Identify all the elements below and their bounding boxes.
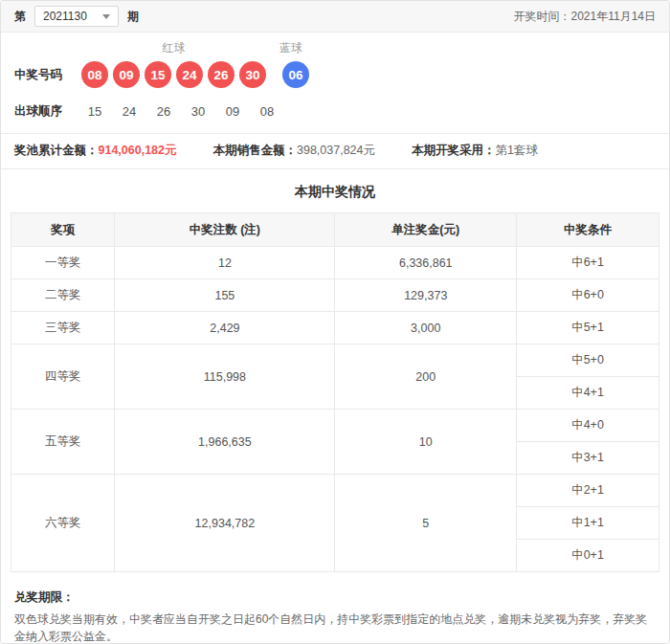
table-row: 二等奖 155 129,373 中6+0 <box>11 279 659 312</box>
draw-order-number: 15 <box>81 104 108 119</box>
table-row: 四等奖 115,998 200 中5+0 <box>11 344 659 377</box>
table-header-row: 奖项 中奖注数 (注) 单注奖金(元) 中奖条件 <box>11 213 659 247</box>
count-cell: 155 <box>115 279 335 312</box>
col-header-count: 中奖注数 (注) <box>115 213 335 247</box>
winning-numbers-label: 中奖号码 <box>14 67 81 83</box>
red-ball: 15 <box>145 61 171 88</box>
condition-cell: 中4+1 <box>517 377 659 410</box>
period-select[interactable]: 2021130 <box>34 6 119 27</box>
condition-cell: 中3+1 <box>517 442 659 475</box>
redeem-deadline-text: 双色球兑奖当期有效，中奖者应当自开奖之日起60个自然日内，持中奖彩票到指定的地点… <box>14 611 656 644</box>
sales-amount: 本期销售金额：398,037,824元 <box>213 143 376 159</box>
condition-cell: 中0+1 <box>517 540 659 572</box>
draw-time-label: 开奖时间： <box>514 10 571 23</box>
red-ball: 26 <box>208 61 234 88</box>
jackpot-value: 914,060,182元 <box>99 144 177 157</box>
period-select-value: 2021130 <box>43 10 87 23</box>
draw-order-label: 出球顺序 <box>14 103 81 120</box>
sales-label: 本期销售金额： <box>213 144 298 157</box>
condition-cell: 中6+1 <box>517 247 659 279</box>
condition-cell: 中2+1 <box>517 475 659 507</box>
draw-order-row: 出球顺序 15 24 26 30 09 08 <box>14 103 656 120</box>
period-prefix-label: 第 <box>14 9 26 25</box>
draw-order-number: 09 <box>219 104 246 119</box>
table-row: 五等奖 1,966,635 10 中4+0 <box>11 410 659 442</box>
ball-set-value: 第1套球 <box>496 144 538 157</box>
red-ball: 09 <box>113 61 140 88</box>
draw-order-number: 30 <box>185 104 212 119</box>
ball-set: 本期开奖采用：第1套球 <box>412 143 538 159</box>
amount-cell: 6,336,861 <box>335 247 517 279</box>
prize-name-cell: 二等奖 <box>11 279 115 312</box>
condition-cell: 中5+0 <box>517 344 659 377</box>
red-ball: 30 <box>239 61 266 88</box>
count-cell: 12 <box>115 247 335 279</box>
topbar: 第 2021130 期 开奖时间：2021年11月14日 <box>1 1 669 33</box>
blue-ball-group-label: 蓝球 <box>278 40 304 56</box>
draw-order-number: 26 <box>150 104 177 119</box>
prize-name-cell: 三等奖 <box>11 312 115 344</box>
chevron-down-icon <box>102 14 110 19</box>
amount-cell: 3,000 <box>335 312 517 344</box>
draw-order-number: 24 <box>116 104 143 119</box>
jackpot-label: 奖池累计金额： <box>14 144 99 157</box>
period-suffix-label: 期 <box>127 9 139 25</box>
prize-name-cell: 一等奖 <box>11 247 115 279</box>
period-selector-group: 第 2021130 期 <box>14 6 139 27</box>
condition-cell: 中4+0 <box>517 410 659 442</box>
col-header-prize: 奖项 <box>11 213 115 247</box>
prize-name-cell: 六等奖 <box>11 475 115 572</box>
draw-order-number: 08 <box>254 104 280 119</box>
ball-set-label: 本期开奖采用： <box>412 144 496 157</box>
count-cell: 115,998 <box>115 344 335 410</box>
col-header-condition: 中奖条件 <box>517 213 659 247</box>
amount-cell: 10 <box>335 410 517 475</box>
winning-numbers-section: 红球 蓝球 中奖号码 08 09 15 24 26 30 06 出球顺序 15 … <box>1 33 669 134</box>
ball-list: 08 09 15 24 26 30 06 <box>81 61 309 88</box>
jackpot-amount: 奖池累计金额：914,060,182元 <box>14 143 177 159</box>
ball-type-labels: 红球 蓝球 <box>14 40 656 56</box>
table-row: 六等奖 12,934,782 5 中2+1 <box>11 475 659 507</box>
table-row: 一等奖 12 6,336,861 中6+1 <box>11 247 659 279</box>
count-cell: 12,934,782 <box>115 475 335 572</box>
blue-ball: 06 <box>282 61 309 88</box>
condition-cell: 中5+1 <box>517 312 659 344</box>
pool-info-row: 奖池累计金额：914,060,182元 本期销售金额：398,037,824元 … <box>1 134 669 169</box>
draw-order-list: 15 24 26 30 09 08 <box>81 104 280 119</box>
redeem-deadline-title: 兑奖期限： <box>14 589 656 606</box>
prize-table: 奖项 中奖注数 (注) 单注奖金(元) 中奖条件 一等奖 12 6,336,86… <box>11 212 659 572</box>
count-cell: 2,429 <box>115 312 335 344</box>
condition-cell: 中6+0 <box>517 279 659 312</box>
col-header-amount: 单注奖金(元) <box>335 213 517 247</box>
prize-name-cell: 五等奖 <box>11 410 115 475</box>
notes-section: 兑奖期限： 双色球兑奖当期有效，中奖者应当自开奖之日起60个自然日内，持中奖彩票… <box>1 572 669 644</box>
lottery-result-page: 第 2021130 期 开奖时间：2021年11月14日 红球 蓝球 中奖号码 … <box>0 0 670 644</box>
draw-time: 开奖时间：2021年11月14日 <box>514 9 657 25</box>
amount-cell: 5 <box>335 475 517 572</box>
red-balls-group-label: 红球 <box>81 40 266 56</box>
winning-numbers-row: 中奖号码 08 09 15 24 26 30 06 <box>14 61 656 88</box>
prize-table-title: 本期中奖情况 <box>1 169 669 212</box>
condition-cell: 中1+1 <box>517 507 659 540</box>
prize-name-cell: 四等奖 <box>11 344 115 410</box>
red-ball: 08 <box>81 61 108 88</box>
amount-cell: 129,373 <box>335 279 517 312</box>
sales-value: 398,037,824元 <box>297 144 375 157</box>
table-row: 三等奖 2,429 3,000 中5+1 <box>11 312 659 344</box>
count-cell: 1,966,635 <box>115 410 335 475</box>
red-ball: 24 <box>176 61 203 88</box>
draw-time-value: 2021年11月14日 <box>571 10 657 23</box>
amount-cell: 200 <box>335 344 517 410</box>
